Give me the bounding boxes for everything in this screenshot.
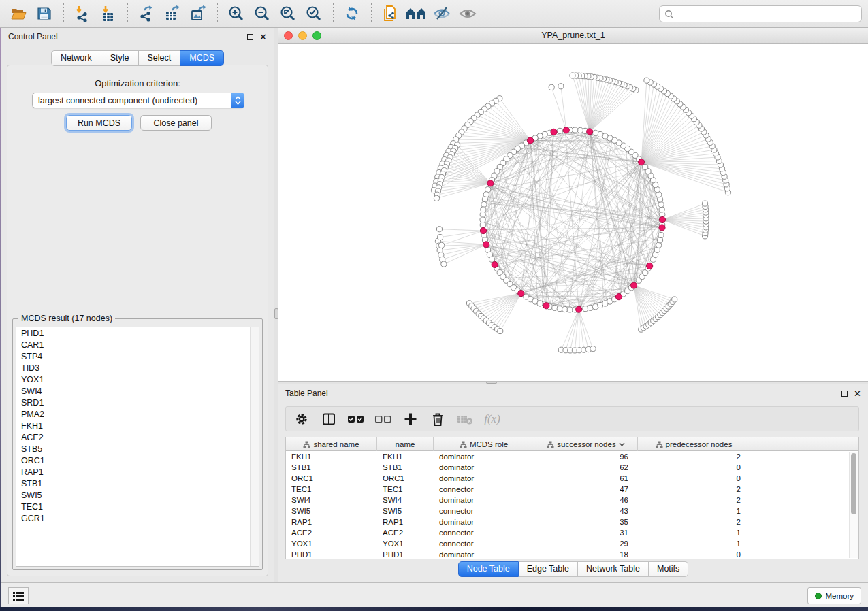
list-item[interactable]: SRD1 xyxy=(16,397,259,408)
table-row[interactable]: YOX1YOX1connector291 xyxy=(286,538,858,549)
select-all-button[interactable] xyxy=(346,409,366,429)
column-header-MCDS-role[interactable]: MCDS role xyxy=(434,437,534,451)
list-item[interactable]: STB5 xyxy=(16,443,259,455)
network-node[interactable] xyxy=(630,282,637,288)
network-node[interactable] xyxy=(543,303,549,309)
network-node[interactable] xyxy=(439,242,445,248)
list-item[interactable]: PMA2 xyxy=(16,408,259,420)
export-table-button[interactable] xyxy=(159,2,185,25)
column-header-name[interactable]: name xyxy=(377,437,434,451)
network-node[interactable] xyxy=(480,217,485,222)
refresh-layout-button[interactable] xyxy=(339,2,365,25)
list-item[interactable]: FKH1 xyxy=(16,420,259,431)
search-input[interactable] xyxy=(675,7,857,21)
show-all-button[interactable] xyxy=(455,2,481,25)
scrollbar-thumb[interactable] xyxy=(851,453,856,514)
network-node[interactable] xyxy=(702,201,707,206)
run-mcds-button[interactable]: Run MCDS xyxy=(66,115,132,131)
network-node[interactable] xyxy=(639,159,645,165)
network-node[interactable] xyxy=(592,130,598,135)
table-row[interactable]: TEC1TEC1connector472 xyxy=(286,484,858,495)
show-columns-button[interactable] xyxy=(319,409,339,429)
open-file-button[interactable] xyxy=(5,2,31,25)
list-item[interactable]: TID3 xyxy=(16,362,259,374)
global-search-box[interactable] xyxy=(659,5,862,22)
list-item[interactable]: STB1 xyxy=(16,478,259,489)
import-table-button[interactable] xyxy=(95,2,121,25)
network-node[interactable] xyxy=(576,306,582,312)
network-node[interactable] xyxy=(441,261,447,267)
network-node[interactable] xyxy=(563,127,569,133)
column-header-shared-name[interactable]: shared name xyxy=(286,437,377,451)
tab-mcds[interactable]: MCDS xyxy=(180,50,224,66)
network-node[interactable] xyxy=(558,84,564,89)
tab-style[interactable]: Style xyxy=(101,50,139,66)
network-node[interactable] xyxy=(481,201,487,207)
tab-edge-table[interactable]: Edge Table xyxy=(519,561,578,577)
table-vertical-scrollbar[interactable] xyxy=(849,452,858,558)
network-node[interactable] xyxy=(434,195,439,201)
delete-column-button[interactable] xyxy=(428,409,448,429)
criterion-dropdown[interactable]: largest connected component (undirected) xyxy=(32,93,244,108)
table-row[interactable]: STB1STB1dominator620 xyxy=(286,462,858,473)
export-image-button[interactable] xyxy=(185,2,211,25)
network-node[interactable] xyxy=(482,197,487,202)
first-neighbors-button[interactable] xyxy=(403,2,429,25)
network-node[interactable] xyxy=(615,294,622,300)
column-header-successor-nodes[interactable]: successor nodes xyxy=(534,437,638,451)
network-node[interactable] xyxy=(480,212,485,217)
list-item[interactable]: SWI4 xyxy=(16,385,259,397)
network-node[interactable] xyxy=(483,242,489,248)
task-history-button[interactable] xyxy=(8,587,29,604)
zoom-in-button[interactable] xyxy=(223,2,249,25)
network-node[interactable] xyxy=(436,227,442,232)
network-node[interactable] xyxy=(643,164,648,169)
table-row[interactable]: PHD1PHD1dominator180 xyxy=(286,549,858,559)
network-canvas[interactable] xyxy=(278,44,868,381)
tab-motifs[interactable]: Motifs xyxy=(649,561,688,577)
close-panel-icon[interactable]: ✕ xyxy=(854,391,861,397)
network-node[interactable] xyxy=(487,180,494,186)
network-node[interactable] xyxy=(492,261,498,267)
splitter-grip[interactable] xyxy=(486,382,497,384)
clone-network-button[interactable] xyxy=(377,2,403,25)
deselect-all-button[interactable] xyxy=(373,409,393,429)
list-item[interactable]: GCR1 xyxy=(16,512,259,524)
table-row[interactable]: SWI5SWI5connector431 xyxy=(286,506,858,516)
network-node[interactable] xyxy=(481,207,486,212)
network-node[interactable] xyxy=(557,128,562,133)
close-panel-button[interactable]: Close panel xyxy=(140,115,212,131)
table-row[interactable]: FKH1FKH1dominator962 xyxy=(286,451,858,462)
list-item[interactable]: PHD1 xyxy=(16,327,259,339)
tab-select[interactable]: Select xyxy=(139,50,181,66)
network-node[interactable] xyxy=(590,346,596,352)
network-node[interactable] xyxy=(567,307,573,312)
network-node[interactable] xyxy=(518,291,524,297)
network-node[interactable] xyxy=(498,328,503,333)
table-row[interactable]: ACE2ACE2connector311 xyxy=(286,527,858,538)
result-list-scrollbar[interactable] xyxy=(250,327,259,566)
list-item[interactable]: TEC1 xyxy=(16,501,259,512)
network-node[interactable] xyxy=(659,207,664,212)
import-network-button[interactable] xyxy=(69,2,95,25)
network-node[interactable] xyxy=(557,306,562,312)
network-node[interactable] xyxy=(672,297,677,302)
network-node[interactable] xyxy=(657,237,662,243)
zoom-fit-button[interactable] xyxy=(275,2,301,25)
network-node[interactable] xyxy=(438,234,443,240)
tab-network-table[interactable]: Network Table xyxy=(578,561,649,577)
tab-node-table[interactable]: Node Table xyxy=(458,561,519,577)
network-node[interactable] xyxy=(658,232,664,237)
list-item[interactable]: RAP1 xyxy=(16,466,259,478)
network-node[interactable] xyxy=(551,129,557,135)
network-node[interactable] xyxy=(587,129,593,135)
table-settings-button[interactable] xyxy=(291,409,312,429)
hide-selected-button[interactable] xyxy=(429,2,455,25)
network-node[interactable] xyxy=(658,201,664,207)
network-node[interactable] xyxy=(562,306,568,312)
list-item[interactable]: SWI5 xyxy=(16,489,259,501)
network-node[interactable] xyxy=(527,137,533,144)
float-panel-icon[interactable] xyxy=(841,391,848,397)
close-panel-icon[interactable]: ✕ xyxy=(259,34,267,40)
network-node[interactable] xyxy=(588,305,593,310)
